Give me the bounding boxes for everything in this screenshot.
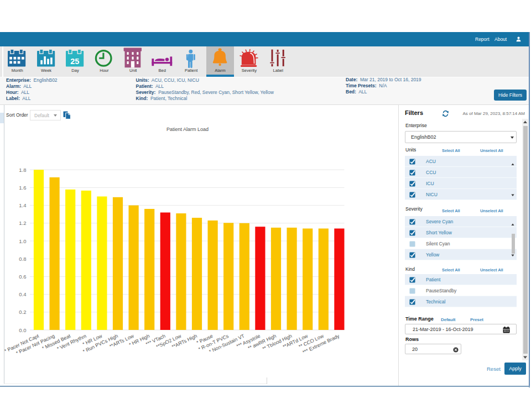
svg-text:1.6: 1.6 [19, 185, 26, 191]
svg-text:25: 25 [70, 57, 79, 66]
svg-text:0.4: 0.4 [19, 291, 26, 297]
svg-text:1.0: 1.0 [19, 238, 26, 244]
svg-text:0.0: 0.0 [19, 327, 26, 333]
svg-text:1.2: 1.2 [19, 220, 26, 226]
svg-text:0.2: 0.2 [19, 309, 26, 315]
svg-text:1.4: 1.4 [19, 202, 26, 208]
svg-text:0.8: 0.8 [19, 256, 26, 262]
svg-text:0.6: 0.6 [19, 274, 26, 280]
svg-text:1.8: 1.8 [19, 167, 26, 173]
